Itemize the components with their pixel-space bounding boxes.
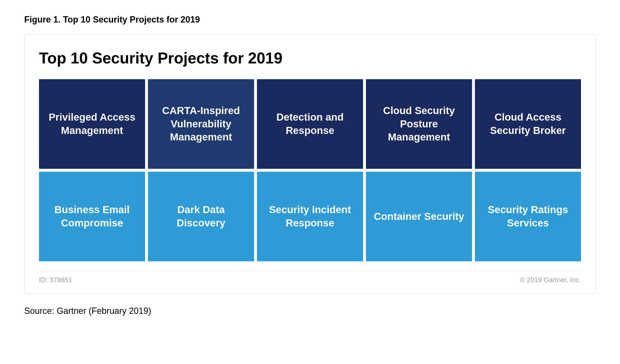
security-grid: Privileged Access Management CARTA-Inspi… [39,79,581,261]
grid-cell-security-ratings: Security Ratings Services [475,172,581,261]
grid-cell-dark-data: Dark Data Discovery [148,172,254,261]
cell-label-5: Cloud Access Security Broker [482,111,574,137]
cell-label-9: Container Security [374,210,464,223]
cell-label-1: Privileged Access Management [46,111,138,137]
source-text: Source: Gartner (February 2019) [24,306,596,316]
grid-cell-cloud-access: Cloud Access Security Broker [475,79,581,169]
figure-box: Top 10 Security Projects for 2019 Privil… [24,34,596,294]
cell-label-7: Dark Data Discovery [155,203,247,229]
grid-cell-business-email: Business Email Compromise [39,172,145,261]
figure-title: Figure 1. Top 10 Security Projects for 2… [24,15,596,25]
grid-cell-cloud-posture: Cloud Security Posture Management [366,79,472,169]
cell-label-2: CARTA-Inspired Vulnerability Management [155,104,247,144]
cell-label-10: Security Ratings Services [482,203,574,229]
grid-cell-security-incident: Security Incident Response [257,172,363,261]
cell-label-4: Cloud Security Posture Management [373,104,465,144]
figure-footer: ID: 378651 © 2019 Gartner, Inc. [39,271,581,284]
grid-cell-detection: Detection and Response [257,79,363,169]
footer-copyright: © 2019 Gartner, Inc. [520,276,581,284]
grid-cell-privileged-access: Privileged Access Management [39,79,145,169]
cell-label-3: Detection and Response [264,111,356,137]
cell-label-8: Security Incident Response [264,203,356,229]
chart-title: Top 10 Security Projects for 2019 [39,49,581,67]
cell-label-6: Business Email Compromise [46,203,138,229]
grid-cell-carta: CARTA-Inspired Vulnerability Management [148,79,254,169]
grid-cell-container: Container Security [366,172,472,261]
footer-id: ID: 378651 [39,276,72,284]
